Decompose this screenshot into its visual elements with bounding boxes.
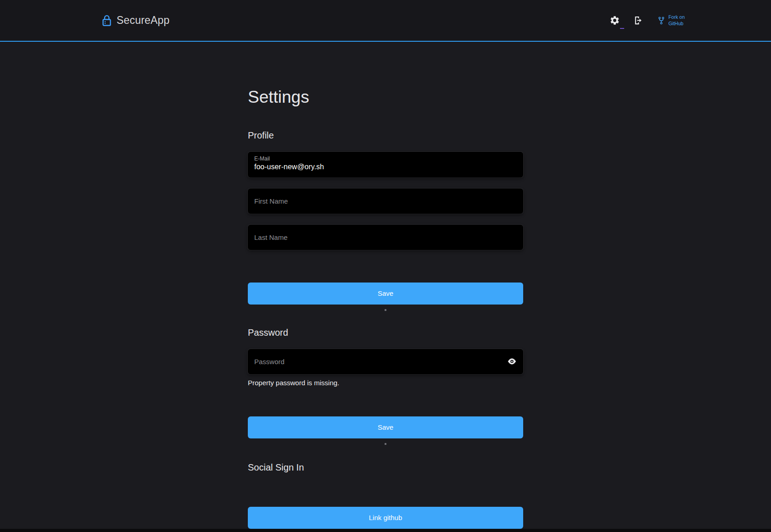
lock-icon <box>102 15 112 27</box>
social-sign-in-section: Social Sign In Link github <box>248 462 523 529</box>
account-settings-button[interactable] <box>608 13 622 28</box>
gear-icon <box>609 15 620 26</box>
profile-heading: Profile <box>248 130 523 141</box>
toggle-password-visibility-button[interactable] <box>505 356 519 367</box>
logout-button[interactable] <box>631 13 645 28</box>
profile-section: Profile E-Mail Save <box>248 130 523 311</box>
email-field-label: E-Mail <box>254 155 517 162</box>
fork-on-github-link[interactable]: Fork on GitHub <box>657 14 685 27</box>
password-loader-dot <box>385 443 386 445</box>
password-heading: Password <box>248 327 523 338</box>
app-logo[interactable]: SecureApp <box>102 14 170 27</box>
profile-loader-dot <box>385 309 386 311</box>
text-cursor <box>620 28 624 29</box>
profile-save-button[interactable]: Save <box>248 283 523 305</box>
last-name-input[interactable] <box>248 225 523 250</box>
page-bottom-edge <box>0 529 771 532</box>
app-header: SecureApp <box>0 0 771 42</box>
header-actions: Fork on GitHub <box>608 13 685 28</box>
eye-icon <box>507 358 517 365</box>
password-field <box>248 349 523 374</box>
first-name-input[interactable] <box>248 188 523 214</box>
email-input[interactable] <box>254 162 517 171</box>
password-save-button[interactable]: Save <box>248 416 523 438</box>
email-field[interactable]: E-Mail <box>248 152 523 177</box>
app-name: SecureApp <box>117 14 170 27</box>
link-github-button[interactable]: Link github <box>248 507 523 529</box>
social-sign-in-heading: Social Sign In <box>248 462 523 473</box>
page-title: Settings <box>248 88 523 107</box>
password-error-message: Property password is missing. <box>248 379 523 387</box>
password-input[interactable] <box>248 349 523 374</box>
settings-page: Settings Profile E-Mail Save Password <box>248 88 523 529</box>
logout-icon <box>633 15 643 26</box>
password-section: Password Property password is missing. S… <box>248 327 523 445</box>
fork-link-label: Fork on GitHub <box>668 14 685 27</box>
git-fork-icon <box>657 16 665 26</box>
